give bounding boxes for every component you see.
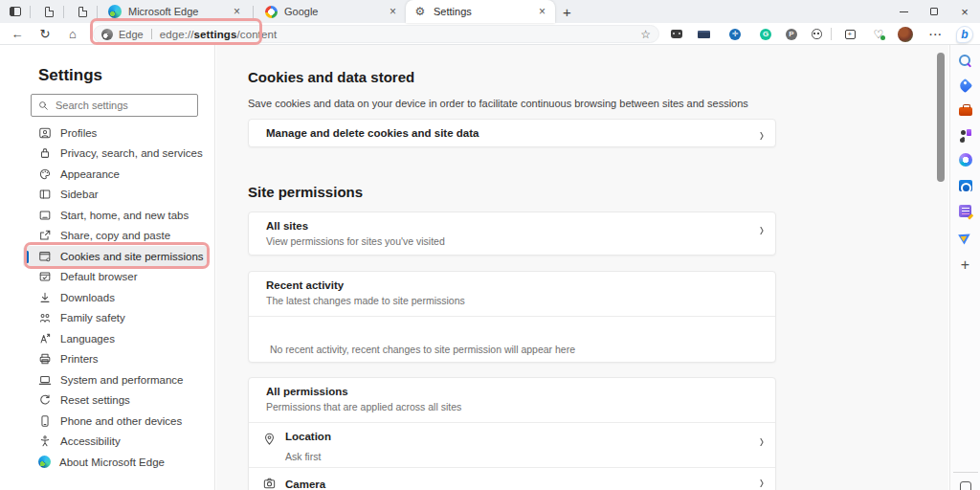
tab-label: Settings bbox=[434, 6, 537, 17]
collections-button[interactable] bbox=[840, 23, 859, 45]
chevron-right-icon: › bbox=[760, 471, 764, 490]
tab-close-icon[interactable]: × bbox=[232, 5, 242, 18]
maximize-icon bbox=[930, 8, 938, 15]
tab-microsoft-edge[interactable]: Microsoft Edge × bbox=[100, 0, 250, 23]
sidebar-item-cookies-site-permissions[interactable]: Cookies and site permissions bbox=[23, 246, 209, 267]
shopping-icon[interactable] bbox=[956, 76, 975, 95]
search-input[interactable] bbox=[56, 100, 191, 111]
section-title-site-permissions: Site permissions bbox=[248, 184, 363, 200]
sidebar-item-label: Printers bbox=[60, 353, 99, 365]
tab-settings-active[interactable]: ⚙ Settings × bbox=[406, 0, 555, 23]
heart-icon: ♡ bbox=[874, 29, 884, 40]
settings-search[interactable] bbox=[31, 94, 198, 117]
divider bbox=[30, 6, 31, 18]
sidebar-item-label: Default browser bbox=[60, 271, 138, 282]
all-sites-card[interactable]: All sites View permissions for sites you… bbox=[248, 212, 776, 256]
sidebar-item-label: System and performance bbox=[60, 374, 183, 386]
pinned-tab-2[interactable] bbox=[71, 2, 94, 21]
p-extension-icon[interactable]: P bbox=[782, 23, 801, 45]
tab-google[interactable]: Google × bbox=[256, 0, 406, 23]
google-logo-icon bbox=[264, 5, 278, 18]
screenshot-extension-icon[interactable] bbox=[694, 23, 713, 45]
sidebar-item-appearance[interactable]: Appearance bbox=[23, 164, 209, 185]
sidebar-item-label: Accessibility bbox=[60, 435, 121, 447]
minimize-button[interactable] bbox=[888, 0, 919, 23]
chevron-right-icon: › bbox=[760, 218, 764, 240]
sidebar-item-downloads[interactable]: Downloads bbox=[23, 287, 209, 308]
tools-icon[interactable] bbox=[956, 100, 975, 120]
sidebar-item-printers[interactable]: Printers bbox=[23, 349, 209, 370]
section-title-cookies: Cookies and data stored bbox=[248, 69, 414, 85]
sidebar-item-reset-settings[interactable]: Reset settings bbox=[23, 390, 209, 412]
tab-close-icon[interactable]: × bbox=[537, 5, 547, 18]
sidebar-item-family-safety[interactable]: Family safety bbox=[23, 308, 209, 329]
settings-nav-list: Profiles Privacy, search, and services A… bbox=[23, 122, 209, 473]
tab-close-icon[interactable]: × bbox=[388, 5, 398, 18]
sidebar-item-label: Profiles bbox=[60, 127, 97, 139]
content-scrollbar[interactable] bbox=[937, 53, 945, 182]
chevron-right-icon: › bbox=[760, 123, 764, 145]
cookie-extension-icon[interactable] bbox=[807, 23, 826, 45]
games-icon[interactable] bbox=[956, 125, 975, 145]
plus-icon[interactable]: + bbox=[956, 256, 975, 275]
browser-window: Microsoft Edge × Google × ⚙ Settings × +… bbox=[0, 0, 980, 490]
mobile-icon[interactable] bbox=[960, 481, 971, 490]
lock-icon bbox=[38, 146, 52, 160]
maximize-button[interactable] bbox=[919, 0, 949, 23]
sidebar-item-label: Downloads bbox=[60, 292, 115, 303]
sidebar-item-accessibility[interactable]: Accessibility bbox=[23, 432, 209, 453]
new-tab-button[interactable]: + bbox=[563, 4, 571, 20]
sidebar-item-share-copy-paste[interactable]: Share, copy and paste bbox=[23, 226, 209, 247]
sidebar-item-label: Appearance bbox=[60, 168, 120, 180]
pinned-tab-1[interactable] bbox=[37, 2, 60, 21]
sidebar-item-privacy[interactable]: Privacy, search, and services bbox=[23, 144, 209, 165]
settings-more-button[interactable]: ··· bbox=[926, 23, 946, 45]
sidebar-item-phone-devices[interactable]: Phone and other devices bbox=[23, 411, 209, 432]
browser-essentials-button[interactable]: ♡ bbox=[869, 23, 888, 45]
phone-icon bbox=[38, 414, 52, 428]
permission-label: Camera bbox=[285, 479, 325, 490]
search-icon[interactable] bbox=[956, 51, 975, 70]
sidebar-item-start-home-tabs[interactable]: Start, home, and new tabs bbox=[23, 205, 209, 226]
cookies-permissions-icon bbox=[38, 250, 52, 263]
sidebar-item-about-edge[interactable]: About Microsoft Edge bbox=[23, 452, 209, 473]
m365-copilot-icon[interactable] bbox=[956, 150, 975, 169]
site-label: Edge bbox=[119, 29, 144, 40]
drop-icon[interactable] bbox=[956, 227, 975, 246]
permission-row-location[interactable]: Location Ask first › bbox=[249, 422, 775, 467]
sidebar-item-sidebar[interactable]: Sidebar bbox=[23, 185, 209, 206]
sidebar-item-default-browser[interactable]: Default browser bbox=[23, 267, 209, 288]
edge-site-icon bbox=[101, 29, 113, 40]
refresh-button[interactable]: ↻ bbox=[33, 23, 56, 45]
printer-icon bbox=[38, 352, 52, 366]
copilot-button[interactable]: b bbox=[955, 23, 974, 45]
favorites-star-icon[interactable]: ☆ bbox=[640, 28, 651, 41]
robot-extension-icon[interactable] bbox=[667, 23, 686, 45]
divider bbox=[151, 29, 152, 39]
languages-icon bbox=[38, 332, 52, 345]
camera-icon bbox=[262, 477, 277, 490]
page-title: Settings bbox=[38, 66, 102, 85]
notes-icon[interactable] bbox=[956, 201, 975, 220]
card-title: All permissions bbox=[266, 386, 758, 397]
vertical-tabs-button[interactable] bbox=[4, 2, 27, 21]
back-button[interactable]: ← bbox=[6, 23, 29, 45]
permission-row-camera[interactable]: Camera › bbox=[249, 467, 775, 490]
manage-cookies-card[interactable]: Manage and delete cookies and site data … bbox=[248, 119, 776, 147]
outlook-icon[interactable] bbox=[956, 176, 975, 195]
sidebar-item-profiles[interactable]: Profiles bbox=[23, 122, 209, 144]
profile-button[interactable] bbox=[896, 23, 915, 45]
window-controls: × bbox=[888, 0, 980, 23]
close-button[interactable]: × bbox=[949, 0, 980, 23]
grammarly-extension-icon[interactable]: G bbox=[756, 23, 775, 45]
address-bar[interactable]: Edge edge://settings/content ☆ bbox=[93, 25, 659, 43]
divider bbox=[953, 472, 978, 473]
search-icon bbox=[38, 100, 49, 111]
settings-content: Cookies and data stored Save cookies and… bbox=[216, 45, 948, 490]
profiles-icon bbox=[38, 126, 52, 140]
ellipsis-icon: ··· bbox=[929, 29, 943, 40]
sidebar-item-system-performance[interactable]: System and performance bbox=[23, 369, 209, 390]
home-button[interactable]: ⌂ bbox=[61, 23, 84, 45]
sidebar-item-languages[interactable]: Languages bbox=[23, 328, 209, 349]
blue-circle-extension-icon[interactable]: ✛ bbox=[725, 23, 745, 45]
